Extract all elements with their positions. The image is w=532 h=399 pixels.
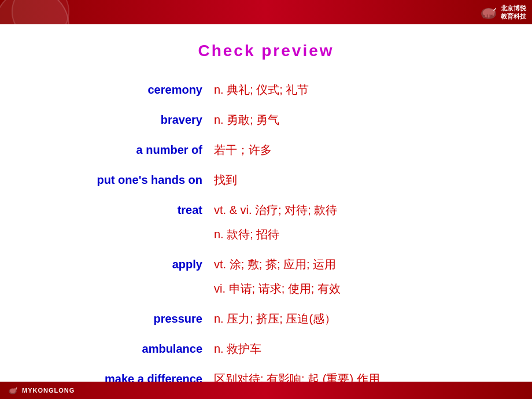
vocab-term: bravery: [23, 108, 208, 132]
vocab-row: vi. 申请; 请求; 使用; 有效: [23, 276, 509, 301]
vocab-definition: n. 救护车: [208, 337, 509, 361]
vocab-row: ceremonyn. 典礼; 仪式; 礼节: [23, 77, 509, 102]
vocab-row: braveryn. 勇敢; 勇气: [23, 108, 509, 132]
vocab-row: n. 款待; 招待: [23, 222, 509, 246]
vocab-row: put one's hands on找到: [23, 168, 509, 192]
vocab-definition: n. 勇敢; 勇气: [208, 108, 509, 132]
vocab-row: treatvt. & vi. 治疗; 对待; 款待: [23, 198, 509, 222]
vocab-term: [23, 276, 208, 301]
vocab-definition: n. 款待; 招待: [208, 222, 509, 246]
vocab-term: put one's hands on: [23, 168, 208, 192]
row-spacer: [23, 361, 509, 367]
logo-icon: [479, 4, 498, 20]
row-spacer: [23, 246, 509, 252]
page-title: Check preview: [23, 42, 509, 60]
row-spacer: [23, 102, 509, 108]
header-bar: 北京博悦 教育科技: [0, 0, 532, 24]
row-spacer: [23, 192, 509, 198]
vocab-row: a number of若干；许多: [23, 138, 509, 162]
vocab-term: [23, 222, 208, 246]
vocab-table: ceremonyn. 典礼; 仪式; 礼节braveryn. 勇敢; 勇气a n…: [23, 77, 509, 391]
vocab-term: a number of: [23, 138, 208, 162]
footer-logo-icon: [7, 385, 19, 396]
vocab-definition: vt. 涂; 敷; 搽; 应用; 运用: [208, 252, 509, 276]
svg-point-3: [493, 10, 494, 11]
vocab-definition: n. 典礼; 仪式; 礼节: [208, 77, 509, 102]
vocab-term: ambulance: [23, 337, 208, 361]
vocab-row: ambulancen. 救护车: [23, 337, 509, 361]
vocab-row: pressuren. 压力; 挤压; 压迫(感）: [23, 306, 509, 331]
row-spacer: [23, 162, 509, 168]
vocab-definition: vi. 申请; 请求; 使用; 有效: [208, 276, 509, 301]
row-spacer: [23, 331, 509, 337]
vocab-term: pressure: [23, 306, 208, 331]
row-spacer: [23, 301, 509, 306]
vocab-definition: vt. & vi. 治疗; 对待; 款待: [208, 198, 509, 222]
vocab-definition: 找到: [208, 168, 509, 192]
main-content: Check preview ceremonyn. 典礼; 仪式; 礼节brave…: [0, 24, 532, 399]
vocab-term: apply: [23, 252, 208, 276]
logo-text: 北京博悦 教育科技: [501, 4, 526, 21]
vocab-row: applyvt. 涂; 敷; 搽; 应用; 运用: [23, 252, 509, 276]
vocab-definition: n. 压力; 挤压; 压迫(感）: [208, 306, 509, 331]
row-spacer: [23, 132, 509, 138]
vocab-term: ceremony: [23, 77, 208, 102]
vocab-definition: 若干；许多: [208, 138, 509, 162]
vocab-term: treat: [23, 198, 208, 222]
logo-area: 北京博悦 教育科技: [479, 4, 526, 21]
footer-brand-text: MYKONGLONG: [22, 387, 75, 394]
footer-bar: MYKONGLONG: [0, 382, 532, 399]
